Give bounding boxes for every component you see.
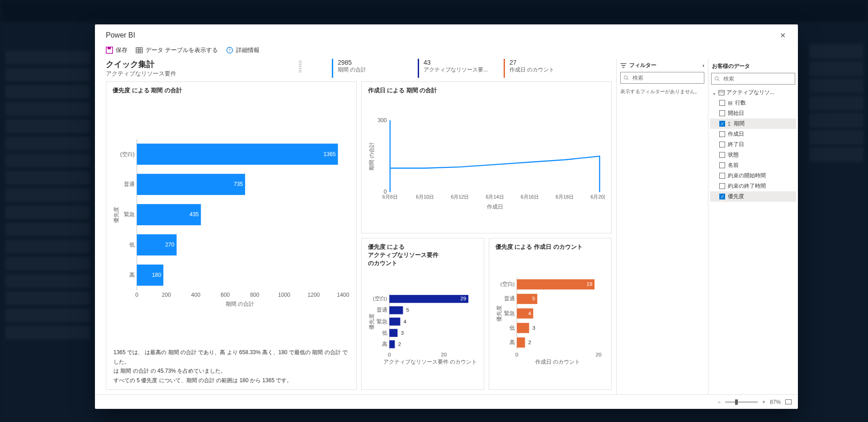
svg-text:高: 高 xyxy=(129,272,135,278)
svg-text:3: 3 xyxy=(401,330,404,336)
checkbox[interactable] xyxy=(719,162,725,168)
svg-text:(空白): (空白) xyxy=(500,281,514,287)
field-label: 終了日 xyxy=(728,141,744,148)
checkbox[interactable]: ✓ xyxy=(719,121,725,127)
checkbox[interactable] xyxy=(719,152,725,158)
svg-text:1000: 1000 xyxy=(278,292,290,298)
svg-text:600: 600 xyxy=(221,292,230,298)
filter-search[interactable] xyxy=(620,72,704,84)
field-label: 約束の終了時間 xyxy=(728,182,766,190)
svg-text:4: 4 xyxy=(528,310,531,317)
field-label: 約束の開始時間 xyxy=(728,172,766,180)
field-label: 状態 xyxy=(728,151,739,159)
kpi-label: 作成日 のカウント xyxy=(509,66,576,74)
filter-panel: フィルター › 表示するフィルターがありません。 xyxy=(616,59,708,394)
svg-text:400: 400 xyxy=(191,292,201,298)
chart-title: 作成日 による 期間 の合計 xyxy=(368,86,605,95)
data-field-item[interactable]: 状態 xyxy=(710,150,796,160)
checkbox[interactable] xyxy=(719,100,725,106)
chart-created-duration[interactable]: 作成日 による 期間 の合計 03006月8日6月10日6月12日6月14日6月… xyxy=(361,81,612,233)
insight-line: は 期間 の合計 の 45.73% を占めていました。 xyxy=(113,366,349,375)
svg-text:緊急: 緊急 xyxy=(124,211,135,218)
chart-priority-created-count[interactable]: 優先度 による 作成日 のカウント (空白)19普通5緊急4低3高2020作成日… xyxy=(489,238,612,390)
svg-text:20: 20 xyxy=(595,351,602,358)
filter-icon xyxy=(620,62,627,69)
data-field-item[interactable]: ✓Σ期間 xyxy=(710,119,796,129)
svg-text:6月16日: 6月16日 xyxy=(520,194,538,199)
checkbox[interactable] xyxy=(719,110,725,116)
bar-chart: (空白)19普通5緊急4低3高2020作成日 のカウント優先度 xyxy=(495,254,605,385)
table-icon xyxy=(718,90,725,96)
svg-text:普通: 普通 xyxy=(124,181,135,187)
data-field-item[interactable]: ▤行数 xyxy=(710,98,796,108)
svg-text:6月14日: 6月14日 xyxy=(486,194,504,199)
data-panel-title: お客様のデータ xyxy=(710,62,796,73)
data-field-item[interactable]: 作成日 xyxy=(710,129,796,139)
svg-rect-90 xyxy=(719,90,724,95)
collapse-icon[interactable]: › xyxy=(703,62,704,69)
insights-block: 1365 では、 は最高の 期間 の合計 であり、高 より 658.33% 高く… xyxy=(113,345,350,385)
charts-grid: 優先度 による 期間 の合計 (空白)1365普通735緊急435低270高18… xyxy=(106,81,612,390)
checkbox[interactable]: ✓ xyxy=(719,194,725,199)
data-field-item[interactable]: 約束の終了時間 xyxy=(710,181,796,191)
search-icon xyxy=(623,75,629,81)
filter-title: フィルター xyxy=(629,62,656,69)
checkbox[interactable] xyxy=(719,131,725,137)
svg-text:1365: 1365 xyxy=(323,151,335,157)
data-search[interactable] xyxy=(711,73,795,85)
svg-text:低: 低 xyxy=(509,325,514,331)
svg-point-88 xyxy=(715,77,719,81)
close-icon[interactable]: ✕ xyxy=(778,31,787,40)
zoom-percent: 87% xyxy=(770,399,781,405)
fit-to-page-icon[interactable] xyxy=(785,399,792,404)
svg-text:優先度: 優先度 xyxy=(496,305,502,322)
data-root-label: アクティブなリソ... xyxy=(726,89,774,96)
modal-footer: − + 87% xyxy=(95,394,798,409)
data-search-input[interactable] xyxy=(722,75,792,82)
save-icon xyxy=(106,47,113,54)
svg-text:20: 20 xyxy=(441,351,447,358)
svg-text:300: 300 xyxy=(377,117,387,123)
svg-rect-13 xyxy=(137,174,245,195)
chart-priority-active-count[interactable]: 優先度 による アクティブなリソース要件 のカウント (空白)29普通5緊急4低… xyxy=(361,238,484,390)
checkbox[interactable] xyxy=(719,142,725,147)
svg-text:?: ? xyxy=(228,48,231,52)
svg-text:優先度: 優先度 xyxy=(368,313,374,330)
data-field-item[interactable]: ✓優先度 xyxy=(710,191,796,202)
data-field-item[interactable]: 約束の開始時間 xyxy=(710,171,796,181)
filter-search-input[interactable] xyxy=(632,74,701,81)
details-button[interactable]: ? 詳細情報 xyxy=(226,46,259,54)
svg-text:6月10日: 6月10日 xyxy=(415,194,434,199)
svg-text:1400: 1400 xyxy=(337,292,349,298)
svg-rect-56 xyxy=(389,329,397,337)
checkbox[interactable] xyxy=(719,173,725,179)
kpi-card[interactable]: 27作成日 のカウント xyxy=(504,59,576,78)
svg-text:普通: 普通 xyxy=(504,295,514,302)
svg-rect-67 xyxy=(517,279,594,289)
chart-priority-duration[interactable]: 優先度 による 期間 の合計 (空白)1365普通735緊急435低270高18… xyxy=(106,81,357,390)
svg-rect-79 xyxy=(517,337,525,347)
save-label: 保存 xyxy=(116,46,127,54)
modal-toolbar: 保存 データ テーブルを表示する ? 詳細情報 xyxy=(95,43,798,59)
kpi-value: 27 xyxy=(509,59,576,66)
field-label: 名前 xyxy=(728,161,739,169)
show-data-table-button[interactable]: データ テーブルを表示する xyxy=(136,46,218,54)
drag-handle-icon[interactable] xyxy=(299,61,302,72)
bar-chart: (空白)29普通5緊急4低3高2020アクティブなリソース要件 のカウント優先度 xyxy=(368,270,477,385)
svg-text:735: 735 xyxy=(234,181,243,187)
kpi-card[interactable]: 43アクティブなリソース要... xyxy=(418,59,490,78)
data-field-item[interactable]: 名前 xyxy=(710,160,796,171)
svg-text:緊急: 緊急 xyxy=(376,318,387,325)
data-tree-root[interactable]: ⌄ アクティブなリソ... xyxy=(710,87,796,98)
svg-text:高: 高 xyxy=(382,341,387,347)
svg-text:0: 0 xyxy=(135,292,138,298)
checkbox[interactable] xyxy=(719,183,725,189)
zoom-out-button[interactable]: − xyxy=(717,399,721,405)
data-field-item[interactable]: 開始日 xyxy=(710,108,796,119)
data-field-item[interactable]: 終了日 xyxy=(710,139,796,150)
save-button[interactable]: 保存 xyxy=(106,46,127,54)
zoom-in-button[interactable]: + xyxy=(762,399,765,405)
zoom-slider[interactable] xyxy=(725,401,758,403)
svg-rect-59 xyxy=(389,340,395,348)
kpi-card[interactable]: 2985期間 の合計 xyxy=(332,59,404,78)
